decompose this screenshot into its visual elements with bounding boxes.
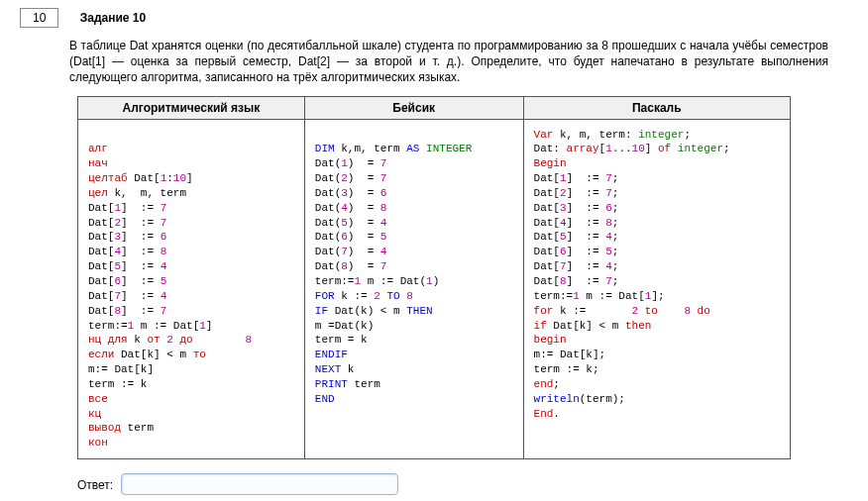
code-cell-alg: алг нач целтаб Dat[1:10] цел k, m, term …	[78, 119, 305, 459]
answer-row: Ответ:	[20, 473, 848, 495]
code-cell-basic: DIM k,m, term AS INTEGER Dat(1) = 7 Dat(…	[304, 119, 523, 459]
task-title: Задание 10	[80, 11, 146, 25]
column-header-pascal: Паскаль	[523, 96, 790, 119]
column-header-basic: Бейсик	[304, 96, 523, 119]
answer-input[interactable]	[121, 473, 398, 495]
code-comparison-table: Алгоритмический язык Бейсик Паскаль алг …	[77, 96, 791, 460]
code-cell-pascal: Var k, m, term: integer; Dat: array[1...…	[523, 119, 790, 459]
task-header: 10 Задание 10	[20, 8, 848, 28]
task-number-box: 10	[20, 8, 58, 28]
answer-label: Ответ:	[77, 478, 113, 492]
task-description: В таблице Dat хранятся оценки (по десяти…	[20, 34, 848, 96]
column-header-alg: Алгоритмический язык	[78, 96, 305, 119]
